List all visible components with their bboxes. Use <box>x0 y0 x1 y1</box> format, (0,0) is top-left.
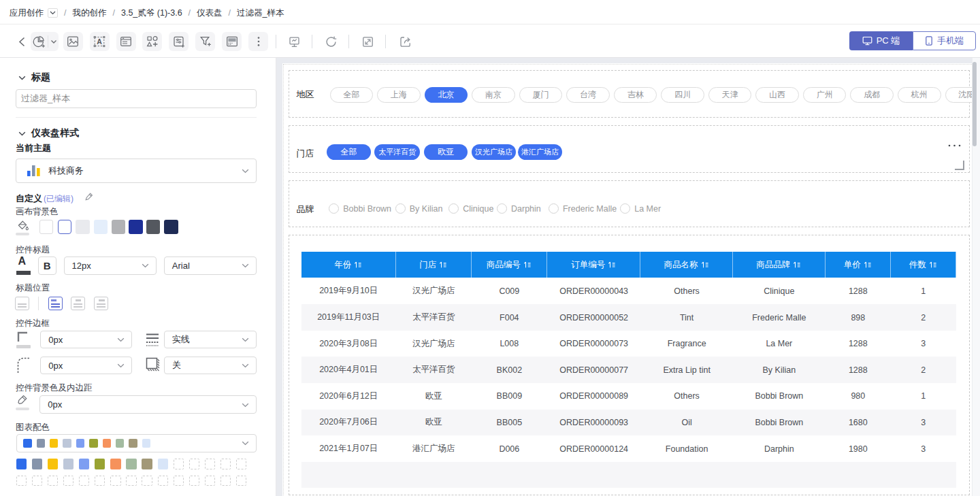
svg-text:A: A <box>97 37 102 46</box>
